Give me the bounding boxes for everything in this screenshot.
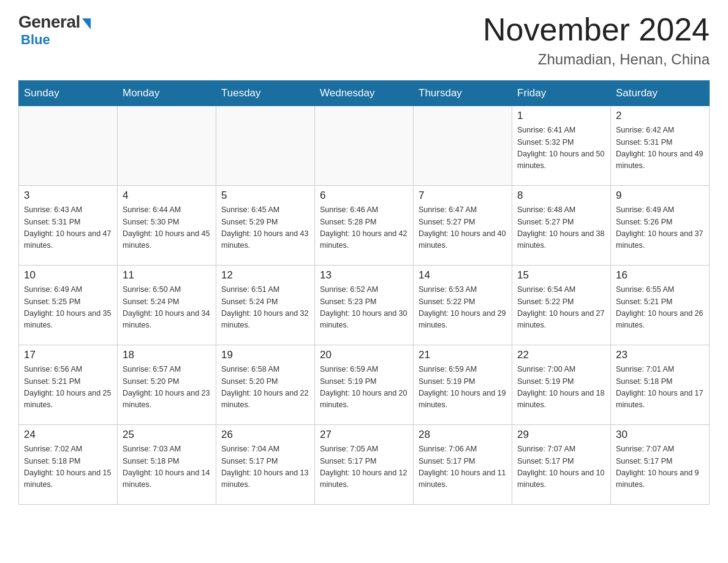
day-of-week-header: Sunday [19,81,118,106]
day-info: Sunrise: 6:44 AMSunset: 5:30 PMDaylight:… [123,204,211,252]
day-info: Sunrise: 7:07 AMSunset: 5:17 PMDaylight:… [616,443,704,491]
day-number: 20 [320,349,408,361]
calendar-cell: 1Sunrise: 6:41 AMSunset: 5:32 PMDaylight… [512,106,611,186]
header: General Blue November 2024 Zhumadian, He… [18,12,710,68]
day-number: 8 [517,190,605,202]
day-of-week-header: Monday [118,81,216,106]
month-title: November 2024 [483,12,710,47]
logo-general-text: General [18,12,80,32]
day-number: 2 [616,110,704,122]
calendar-cell: 26Sunrise: 7:04 AMSunset: 5:17 PMDayligh… [216,425,315,505]
day-info: Sunrise: 6:57 AMSunset: 5:20 PMDaylight:… [123,364,211,412]
calendar-cell: 29Sunrise: 7:07 AMSunset: 5:17 PMDayligh… [512,425,611,505]
day-info: Sunrise: 6:58 AMSunset: 5:20 PMDaylight:… [221,364,309,412]
day-number: 11 [123,269,211,282]
calendar-cell: 11Sunrise: 6:50 AMSunset: 5:24 PMDayligh… [118,266,216,345]
day-of-week-header: Wednesday [315,81,414,106]
day-info: Sunrise: 6:49 AMSunset: 5:25 PMDaylight:… [24,284,112,332]
calendar-cell: 16Sunrise: 6:55 AMSunset: 5:21 PMDayligh… [611,266,710,345]
day-info: Sunrise: 7:04 AMSunset: 5:17 PMDaylight:… [221,443,309,491]
day-info: Sunrise: 6:50 AMSunset: 5:24 PMDaylight:… [123,284,211,332]
calendar-header-row: SundayMondayTuesdayWednesdayThursdayFrid… [19,81,710,106]
calendar-cell [19,106,118,186]
calendar-week-row: 1Sunrise: 6:41 AMSunset: 5:32 PMDaylight… [19,106,710,186]
day-info: Sunrise: 6:43 AMSunset: 5:31 PMDaylight:… [24,204,112,252]
calendar-cell: 2Sunrise: 6:42 AMSunset: 5:31 PMDaylight… [611,106,710,186]
day-info: Sunrise: 6:53 AMSunset: 5:22 PMDaylight:… [419,284,507,332]
calendar-cell: 3Sunrise: 6:43 AMSunset: 5:31 PMDaylight… [19,186,118,266]
calendar-cell: 25Sunrise: 7:03 AMSunset: 5:18 PMDayligh… [118,425,216,505]
day-number: 24 [24,429,112,441]
calendar-cell: 4Sunrise: 6:44 AMSunset: 5:30 PMDaylight… [118,186,216,266]
day-number: 28 [419,429,507,441]
calendar-cell: 9Sunrise: 6:49 AMSunset: 5:26 PMDaylight… [611,186,710,266]
calendar-cell: 6Sunrise: 6:46 AMSunset: 5:28 PMDaylight… [315,186,414,266]
day-info: Sunrise: 6:55 AMSunset: 5:21 PMDaylight:… [616,284,704,332]
day-number: 21 [419,349,507,361]
calendar-cell [414,106,512,186]
day-number: 14 [419,269,507,282]
day-info: Sunrise: 6:48 AMSunset: 5:27 PMDaylight:… [517,204,605,252]
calendar-cell: 17Sunrise: 6:56 AMSunset: 5:21 PMDayligh… [19,345,118,425]
logo: General Blue [18,12,91,48]
day-of-week-header: Friday [512,81,611,106]
day-number: 19 [221,349,309,361]
calendar-cell: 21Sunrise: 6:59 AMSunset: 5:19 PMDayligh… [414,345,512,425]
calendar-cell [118,106,216,186]
day-number: 17 [24,349,112,361]
calendar-cell: 27Sunrise: 7:05 AMSunset: 5:17 PMDayligh… [315,425,414,505]
day-number: 7 [419,190,507,202]
day-info: Sunrise: 7:06 AMSunset: 5:17 PMDaylight:… [419,443,507,491]
calendar-week-row: 3Sunrise: 6:43 AMSunset: 5:31 PMDaylight… [19,186,710,266]
day-info: Sunrise: 6:59 AMSunset: 5:19 PMDaylight:… [320,364,408,412]
calendar-week-row: 10Sunrise: 6:49 AMSunset: 5:25 PMDayligh… [19,266,710,345]
calendar-cell: 24Sunrise: 7:02 AMSunset: 5:18 PMDayligh… [19,425,118,505]
location-title: Zhumadian, Henan, China [483,51,710,68]
day-info: Sunrise: 7:07 AMSunset: 5:17 PMDaylight:… [517,443,605,491]
calendar-cell: 14Sunrise: 6:53 AMSunset: 5:22 PMDayligh… [414,266,512,345]
logo-triangle-icon [82,18,91,29]
calendar-cell: 28Sunrise: 7:06 AMSunset: 5:17 PMDayligh… [414,425,512,505]
day-number: 25 [123,429,211,441]
day-number: 30 [616,429,704,441]
day-info: Sunrise: 6:42 AMSunset: 5:31 PMDaylight:… [616,124,704,172]
day-number: 6 [320,190,408,202]
day-number: 16 [616,269,704,282]
day-info: Sunrise: 7:01 AMSunset: 5:18 PMDaylight:… [616,364,704,412]
day-number: 23 [616,349,704,361]
day-info: Sunrise: 6:46 AMSunset: 5:28 PMDaylight:… [320,204,408,252]
calendar-cell: 15Sunrise: 6:54 AMSunset: 5:22 PMDayligh… [512,266,611,345]
day-number: 1 [517,110,605,122]
calendar-cell: 12Sunrise: 6:51 AMSunset: 5:24 PMDayligh… [216,266,315,345]
day-info: Sunrise: 7:02 AMSunset: 5:18 PMDaylight:… [24,443,112,491]
day-number: 9 [616,190,704,202]
day-info: Sunrise: 6:52 AMSunset: 5:23 PMDaylight:… [320,284,408,332]
day-number: 3 [24,190,112,202]
calendar-week-row: 17Sunrise: 6:56 AMSunset: 5:21 PMDayligh… [19,345,710,425]
title-area: November 2024 Zhumadian, Henan, China [483,12,710,68]
day-info: Sunrise: 6:41 AMSunset: 5:32 PMDaylight:… [517,124,605,172]
calendar-cell: 18Sunrise: 6:57 AMSunset: 5:20 PMDayligh… [118,345,216,425]
calendar-cell: 22Sunrise: 7:00 AMSunset: 5:19 PMDayligh… [512,345,611,425]
day-number: 4 [123,190,211,202]
day-info: Sunrise: 6:56 AMSunset: 5:21 PMDaylight:… [24,364,112,412]
day-info: Sunrise: 7:03 AMSunset: 5:18 PMDaylight:… [123,443,211,491]
day-info: Sunrise: 6:47 AMSunset: 5:27 PMDaylight:… [419,204,507,252]
day-number: 26 [221,429,309,441]
day-number: 27 [320,429,408,441]
calendar-cell: 8Sunrise: 6:48 AMSunset: 5:27 PMDaylight… [512,186,611,266]
day-info: Sunrise: 6:54 AMSunset: 5:22 PMDaylight:… [517,284,605,332]
calendar-cell: 7Sunrise: 6:47 AMSunset: 5:27 PMDaylight… [414,186,512,266]
day-number: 10 [24,269,112,282]
logo-blue-text: Blue [21,32,50,48]
day-info: Sunrise: 6:59 AMSunset: 5:19 PMDaylight:… [419,364,507,412]
calendar-week-row: 24Sunrise: 7:02 AMSunset: 5:18 PMDayligh… [19,425,710,505]
day-of-week-header: Saturday [611,81,710,106]
day-number: 18 [123,349,211,361]
day-number: 13 [320,269,408,282]
calendar-cell: 10Sunrise: 6:49 AMSunset: 5:25 PMDayligh… [19,266,118,345]
day-number: 15 [517,269,605,282]
day-number: 12 [221,269,309,282]
day-info: Sunrise: 7:05 AMSunset: 5:17 PMDaylight:… [320,443,408,491]
day-of-week-header: Tuesday [216,81,315,106]
